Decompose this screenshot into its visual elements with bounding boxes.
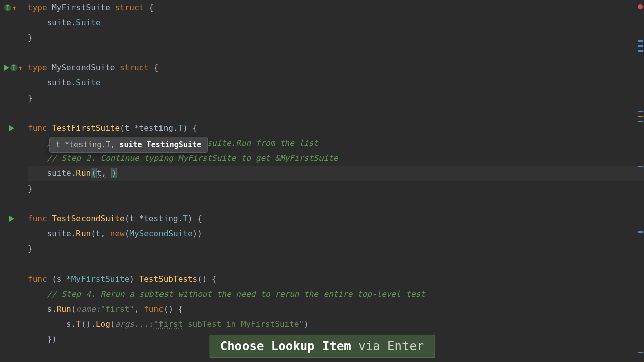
keyword: func bbox=[28, 214, 47, 223]
param-hint: args...: bbox=[115, 319, 153, 329]
keyword: func bbox=[28, 123, 47, 133]
comment: // Step 4. Rerun a subtest without the n… bbox=[47, 289, 425, 299]
error-stripe[interactable] bbox=[638, 231, 643, 233]
error-stripe[interactable] bbox=[638, 116, 643, 117]
type-name: MySecondSuite bbox=[52, 63, 115, 72]
type-ref: MyFirstSuite bbox=[71, 274, 130, 284]
comment: // Step 2. Continue typing MyFirstSuite … bbox=[47, 153, 338, 163]
error-stripe[interactable] bbox=[638, 166, 643, 167]
field: Suite bbox=[76, 18, 100, 27]
param-hint: name: bbox=[76, 304, 100, 314]
override-up-icon: ↑ bbox=[12, 4, 16, 12]
func-name: TestFirstSuite bbox=[52, 123, 120, 133]
tip-tail: via Enter bbox=[351, 339, 424, 353]
editor-gutter: I ↑ I ↑ bbox=[0, 0, 28, 362]
error-stripe[interactable] bbox=[638, 45, 643, 47]
error-stripe[interactable] bbox=[638, 40, 643, 42]
parameter-info-popup: t *testing.T, suite TestingSuite bbox=[49, 137, 208, 153]
keyword: struct bbox=[115, 3, 144, 12]
type-ref: MySecondSuite bbox=[129, 229, 192, 238]
string: "first" bbox=[101, 304, 134, 314]
type-name: MyFirstSuite bbox=[52, 3, 110, 12]
error-stripe[interactable] bbox=[638, 50, 643, 52]
implements-icon: I bbox=[4, 4, 11, 11]
run-icon bbox=[9, 216, 14, 222]
active-line[interactable]: suite.Run(t, ) bbox=[28, 166, 644, 181]
param-info-current: suite TestingSuite bbox=[119, 140, 201, 149]
param-info-prev: t *testing.T, bbox=[56, 140, 115, 149]
run-icon bbox=[4, 65, 9, 71]
gutter-run-func2[interactable] bbox=[0, 211, 28, 226]
keyword: struct bbox=[120, 63, 149, 72]
presentation-tip: Choose Lookup Item via Enter bbox=[210, 335, 435, 358]
error-stripe-bar[interactable] bbox=[637, 0, 644, 362]
keyword: type bbox=[28, 3, 47, 12]
implements-icon: I bbox=[10, 64, 17, 71]
run-icon bbox=[9, 125, 14, 131]
code-content[interactable]: type MyFirstSuite struct { suite.Suite }… bbox=[28, 0, 644, 362]
code-editor[interactable]: I ↑ I ↑ type MyFirstSuite struct { suite… bbox=[0, 0, 644, 362]
keyword: func bbox=[28, 274, 47, 284]
error-stripe[interactable] bbox=[638, 121, 643, 122]
error-stripe[interactable] bbox=[638, 352, 643, 353]
tip-action: Choose Lookup Item bbox=[220, 339, 351, 353]
error-stripe[interactable] bbox=[638, 111, 643, 112]
gutter-run-struct1[interactable]: I ↑ bbox=[0, 0, 28, 15]
error-indicator-icon[interactable] bbox=[638, 4, 643, 9]
gutter-run-struct2[interactable]: I ↑ bbox=[0, 60, 28, 75]
gutter-run-func1[interactable] bbox=[0, 121, 28, 136]
keyword: new bbox=[110, 229, 125, 238]
func-name: TestSubTests bbox=[139, 274, 198, 284]
func-name: TestSecondSuite bbox=[52, 214, 125, 223]
override-up-icon: ↑ bbox=[18, 64, 22, 72]
keyword: type bbox=[28, 63, 47, 72]
field: Suite bbox=[76, 78, 100, 87]
